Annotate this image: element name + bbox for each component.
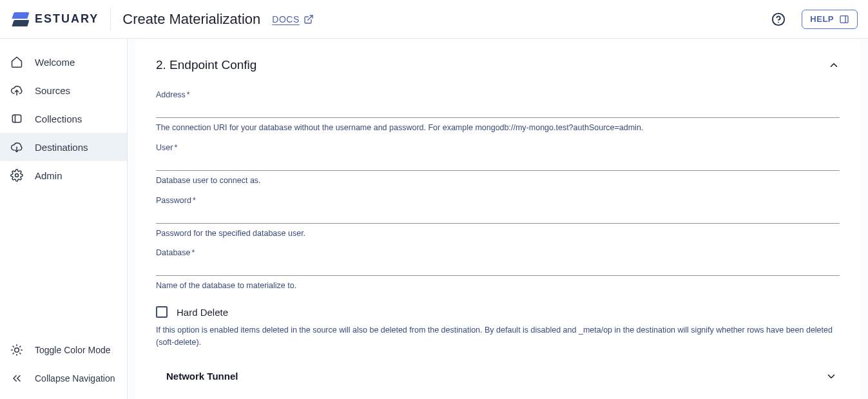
field-database: Database* Name of the database to materi… <box>156 248 840 292</box>
cloud-upload-icon <box>10 84 23 97</box>
section-header[interactable]: 2. Endpoint Config <box>156 58 840 72</box>
svg-point-8 <box>15 348 19 353</box>
svg-line-0 <box>307 15 312 20</box>
sidebar-item-label: Destinations <box>35 142 88 153</box>
svg-rect-3 <box>840 15 848 23</box>
panel-right-icon <box>839 14 849 24</box>
sidebar: Welcome Sources Collections Destinations… <box>0 39 128 399</box>
svg-line-11 <box>13 346 14 347</box>
field-label: Database* <box>156 248 840 257</box>
toggle-color-mode-button[interactable]: Toggle Color Mode <box>0 336 127 364</box>
sidebar-item-sources[interactable]: Sources <box>0 76 127 104</box>
hard-delete-checkbox[interactable] <box>156 306 168 318</box>
hard-delete-help: If this option is enabled items deleted … <box>156 324 840 349</box>
password-input[interactable] <box>156 206 840 224</box>
sidebar-item-label: Welcome <box>35 57 75 68</box>
field-help: Name of the database to materialize to. <box>156 280 840 292</box>
address-input[interactable] <box>156 101 840 118</box>
network-tunnel-label: Network Tunnel <box>166 371 238 382</box>
field-help: Database user to connect as. <box>156 175 840 187</box>
svg-rect-5 <box>12 115 21 122</box>
database-input[interactable] <box>156 258 840 276</box>
field-address: Address* The connection URI for your dat… <box>156 90 840 134</box>
field-label: Address* <box>156 90 840 99</box>
help-button-label: HELP <box>810 14 834 24</box>
sidebar-item-label: Sources <box>35 85 70 96</box>
svg-line-15 <box>13 353 14 354</box>
field-user: User* Database user to connect as. <box>156 143 840 187</box>
chevrons-left-icon <box>10 372 23 385</box>
brand-logo[interactable]: ESTUARY <box>13 8 111 31</box>
app-header: ESTUARY Create Materialization DOCS HELP <box>0 0 868 39</box>
svg-line-12 <box>20 353 21 354</box>
cloud-download-icon <box>10 141 23 153</box>
sidebar-item-label: Toggle Color Mode <box>35 345 111 355</box>
field-password: Password* Password for the specified dat… <box>156 196 840 240</box>
docs-link[interactable]: DOCS <box>272 14 313 24</box>
field-label: Password* <box>156 196 840 205</box>
section-title-text: 2. Endpoint Config <box>156 58 256 72</box>
help-button[interactable]: HELP <box>802 10 858 29</box>
sidebar-item-admin[interactable]: Admin <box>0 161 127 190</box>
estuary-logo-icon <box>13 12 28 27</box>
page-title: Create Materialization <box>122 11 260 28</box>
chevron-up-icon[interactable] <box>828 59 840 71</box>
sun-icon <box>10 344 23 356</box>
field-help: The connection URI for your database wit… <box>156 122 840 134</box>
sidebar-item-destinations[interactable]: Destinations <box>0 133 127 161</box>
main-content: 2. Endpoint Config Address* The connecti… <box>128 39 868 399</box>
gear-icon <box>10 169 23 182</box>
collapse-navigation-button[interactable]: Collapse Navigation <box>0 364 127 393</box>
sidebar-item-label: Collapse Navigation <box>35 373 115 384</box>
external-link-icon <box>304 14 314 24</box>
field-help: Password for the specified database user… <box>156 228 840 240</box>
brand-name: ESTUARY <box>35 12 99 26</box>
sidebar-item-label: Admin <box>35 170 63 181</box>
network-tunnel-section[interactable]: Network Tunnel <box>156 358 840 382</box>
hard-delete-row: Hard Delete <box>156 306 840 318</box>
chevron-down-icon <box>825 371 837 382</box>
user-input[interactable] <box>156 153 840 171</box>
sidebar-item-welcome[interactable]: Welcome <box>0 48 127 76</box>
help-circle-button[interactable] <box>767 8 790 31</box>
hard-delete-label: Hard Delete <box>177 307 228 318</box>
database-icon <box>10 112 23 125</box>
help-circle-icon <box>771 12 786 26</box>
svg-point-7 <box>15 174 19 177</box>
sidebar-item-collections[interactable]: Collections <box>0 104 127 133</box>
docs-link-label: DOCS <box>272 14 299 24</box>
home-icon <box>10 55 23 68</box>
field-label: User* <box>156 143 840 152</box>
sidebar-item-label: Collections <box>35 113 82 124</box>
svg-line-16 <box>20 346 21 347</box>
